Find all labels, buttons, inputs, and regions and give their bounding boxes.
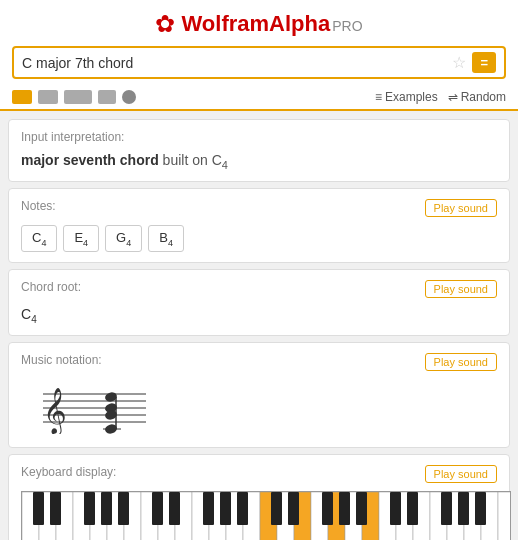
note-g4: G4 (105, 225, 142, 253)
notes-play-sound-button[interactable]: Play sound (425, 199, 497, 217)
notes-row: C4 E4 G4 B4 (21, 225, 497, 253)
logo-text: WolframAlphaPRO (181, 11, 362, 37)
wolfram-logo-icon: ✿ (155, 10, 175, 38)
pro-badge: PRO (332, 18, 362, 34)
toolbar-icon-4[interactable] (98, 90, 116, 104)
chord-root-play-sound-button[interactable]: Play sound (425, 280, 497, 298)
svg-text:𝄞: 𝄞 (43, 388, 67, 434)
list-icon: ≡ (375, 90, 382, 104)
svg-rect-56 (390, 492, 401, 525)
keyboard-display: /* inline script not used here */ (21, 491, 497, 540)
svg-rect-48 (203, 492, 214, 525)
music-staff-svg: 𝄞 (21, 379, 151, 434)
svg-rect-41 (33, 492, 44, 525)
music-notation-card: Music notation: Play sound 𝄞 (8, 342, 510, 448)
svg-rect-60 (475, 492, 486, 525)
svg-rect-40 (498, 492, 511, 540)
note-e4: E4 (63, 225, 99, 253)
header: ✿ WolframAlphaPRO ☆ = ≡ Examples ⇌ Rando… (0, 0, 518, 111)
svg-rect-45 (118, 492, 129, 525)
note-b4: B4 (148, 225, 184, 253)
toolbar-right: ≡ Examples ⇌ Random (375, 90, 506, 104)
svg-rect-59 (458, 492, 469, 525)
music-notation-header: Music notation: Play sound (21, 353, 497, 371)
svg-rect-51 (271, 492, 282, 525)
keyboard-display-play-sound-button[interactable]: Play sound (425, 465, 497, 483)
svg-rect-52 (288, 492, 299, 525)
svg-rect-57 (407, 492, 418, 525)
svg-rect-54 (339, 492, 350, 525)
music-notation-display: 𝄞 (21, 379, 497, 437)
svg-rect-55 (356, 492, 367, 525)
chord-root-header: Chord root: Play sound (21, 280, 497, 298)
toolbar-icon-3[interactable] (64, 90, 92, 104)
toolbar-icon-1[interactable] (12, 90, 32, 104)
music-notation-play-sound-button[interactable]: Play sound (425, 353, 497, 371)
search-bar[interactable]: ☆ = (12, 46, 506, 79)
results-content: Input interpretation: major seventh chor… (0, 111, 518, 540)
wolfram-brand: WolframAlpha (181, 11, 330, 36)
input-interpretation-card: Input interpretation: major seventh chor… (8, 119, 510, 182)
examples-link[interactable]: ≡ Examples (375, 90, 438, 104)
svg-rect-53 (322, 492, 333, 525)
chord-root-subscript: 4 (222, 159, 228, 171)
svg-rect-43 (84, 492, 95, 525)
svg-rect-49 (220, 492, 231, 525)
card-header: Input interpretation: (21, 130, 497, 144)
toolbar-icon-5[interactable] (122, 90, 136, 104)
toolbar-icon-2[interactable] (38, 90, 58, 104)
toolbar-icons (12, 90, 136, 104)
root-subscript: 4 (31, 314, 37, 325)
keyboard-display-header: Keyboard display: Play sound (21, 465, 497, 483)
music-notation-label: Music notation: (21, 353, 102, 367)
svg-rect-46 (152, 492, 163, 525)
keyboard-display-card: Keyboard display: Play sound /* inline s… (8, 454, 510, 540)
search-input[interactable] (22, 55, 452, 71)
interpretation-text: major seventh chord built on C4 (21, 152, 497, 171)
keyboard-display-label: Keyboard display: (21, 465, 116, 479)
notes-card-header: Notes: Play sound (21, 199, 497, 217)
chord-root-label: Chord root: (21, 280, 81, 294)
random-label[interactable]: Random (461, 90, 506, 104)
logo-area: ✿ WolframAlphaPRO (0, 10, 518, 38)
svg-rect-42 (50, 492, 61, 525)
random-link[interactable]: ⇌ Random (448, 90, 506, 104)
chord-root-card: Chord root: Play sound C4 (8, 269, 510, 336)
chord-name: major seventh chord (21, 152, 159, 168)
notes-card: Notes: Play sound C4 E4 G4 B4 (8, 188, 510, 264)
svg-rect-58 (441, 492, 452, 525)
chord-root-value: C4 (21, 306, 497, 325)
examples-label[interactable]: Examples (385, 90, 438, 104)
search-go-button[interactable]: = (472, 52, 496, 73)
note-c4: C4 (21, 225, 57, 253)
built-on-text: built on C (163, 152, 222, 168)
bookmark-icon[interactable]: ☆ (452, 53, 466, 72)
toolbar: ≡ Examples ⇌ Random (0, 87, 518, 109)
svg-rect-47 (169, 492, 180, 525)
piano-svg: /* inline script not used here */ (21, 491, 511, 540)
svg-rect-44 (101, 492, 112, 525)
random-icon: ⇌ (448, 90, 458, 104)
svg-rect-50 (237, 492, 248, 525)
card-label: Input interpretation: (21, 130, 124, 144)
notes-label: Notes: (21, 199, 56, 213)
